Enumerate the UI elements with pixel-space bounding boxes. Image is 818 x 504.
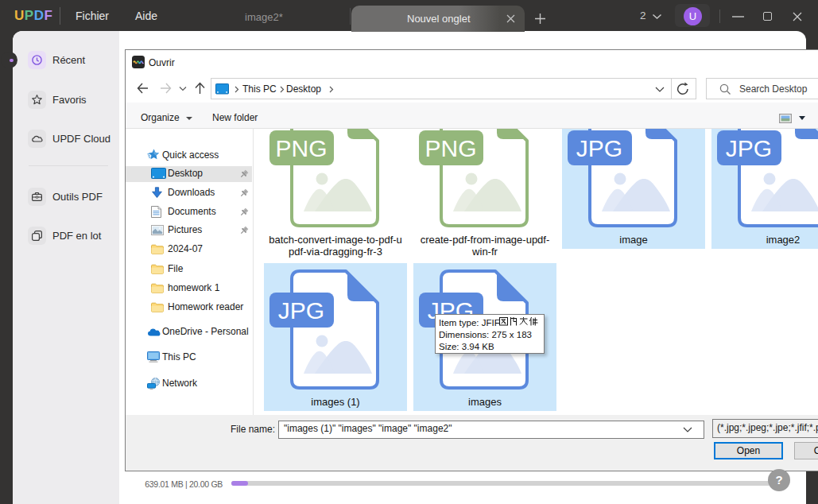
svg-text:JPG: JPG bbox=[576, 135, 622, 161]
svg-text:PNG: PNG bbox=[425, 135, 476, 161]
svg-text:JPG: JPG bbox=[726, 135, 772, 161]
svg-text:PNG: PNG bbox=[275, 135, 327, 161]
svg-text:JPG: JPG bbox=[278, 297, 324, 324]
